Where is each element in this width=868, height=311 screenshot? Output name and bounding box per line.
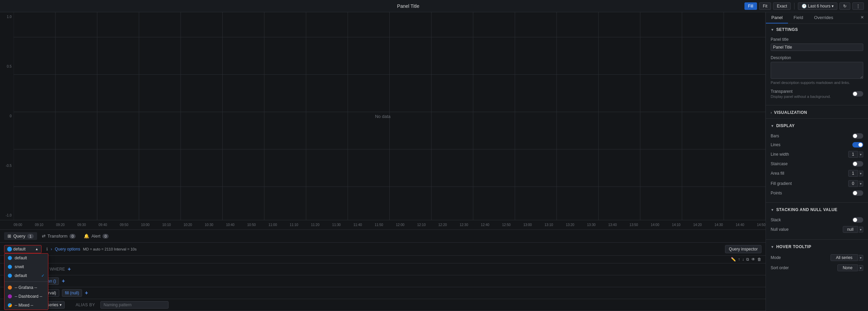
more-options-button[interactable]: ⋮ <box>852 2 864 10</box>
query-tabs: ⊞ Query 1 ⇄ Transform 0 🔔 Alert 0 <box>0 230 766 243</box>
expand-icon[interactable]: › <box>51 247 52 252</box>
tab-field[interactable]: Field <box>788 12 808 23</box>
staircase-toggle[interactable] <box>852 161 863 167</box>
y-label-2: 0.5 <box>0 65 14 68</box>
select-add-button[interactable]: + <box>62 278 65 284</box>
info-icon[interactable]: ℹ <box>46 247 48 252</box>
chevron-down-icon: ▼ <box>771 124 774 128</box>
arrow-up-icon[interactable]: ↑ <box>738 257 740 262</box>
display-section-header[interactable]: ▼ Display <box>766 120 868 130</box>
x-label: 14:20 <box>693 223 702 227</box>
sort-order-arrow[interactable]: ▾ <box>858 265 863 271</box>
chevron-right-icon: › <box>771 111 772 115</box>
x-label: 11:30 <box>332 223 341 227</box>
lines-label: Lines <box>771 142 781 147</box>
null-value-label: Null value <box>771 227 789 232</box>
query-inspector-button[interactable]: Query inspector <box>725 245 761 253</box>
ds-circle-mixed <box>8 303 12 307</box>
fill-null-button[interactable]: fill (null) <box>62 289 82 297</box>
points-toggle[interactable] <box>852 190 863 196</box>
transparent-field-label: Transparent Display panel without a back… <box>771 89 831 99</box>
timerange-button[interactable]: 🕐 Last 6 hours ▾ <box>798 2 837 10</box>
null-value-row: Null value null ▾ <box>771 224 863 235</box>
x-label: 14:50 <box>757 223 766 227</box>
query-action-icons: ✏️ ↑ ↓ ⧉ 👁 🗑 <box>0 256 766 263</box>
arrow-down-icon[interactable]: ↓ <box>742 257 744 262</box>
description-textarea[interactable] <box>771 62 863 79</box>
query-options-link[interactable]: Query options <box>55 247 80 252</box>
where-add-button[interactable]: + <box>68 266 71 272</box>
mode-arrow[interactable]: ▾ <box>858 255 863 261</box>
line-width-arrow[interactable]: ▾ <box>858 152 863 157</box>
alias-input[interactable] <box>100 301 168 309</box>
dropdown-item-mixed[interactable]: -- Mixed -- <box>4 301 48 310</box>
settings-section-header[interactable]: ▼ Settings <box>766 24 868 34</box>
x-label: 11:40 <box>353 223 362 227</box>
field-tab-label: Field <box>793 15 803 20</box>
dropdown-item-grafana[interactable]: -- Grafana -- <box>4 283 48 292</box>
tab-overrides[interactable]: Overrides <box>808 12 838 23</box>
stacking-section-header[interactable]: ▼ Stacking and null value <box>766 204 868 214</box>
x-label: 14:10 <box>672 223 680 227</box>
x-label: 10:40 <box>226 223 235 227</box>
panel-tab-label: Panel <box>771 15 783 20</box>
fill-gradient-arrow[interactable]: ▾ <box>858 181 863 187</box>
lines-row: Lines <box>771 140 863 149</box>
area-fill-arrow[interactable]: ▾ <box>858 171 863 176</box>
mode-select-container: All series ▾ <box>831 254 863 261</box>
divider <box>766 239 868 240</box>
x-label: 12:00 <box>396 223 404 227</box>
datasource-select[interactable]: default ▲ <box>4 245 42 253</box>
hover-tooltip-section-header[interactable]: ▼ Hover tooltip <box>766 241 868 251</box>
sort-order-label: Sort order <box>771 265 789 270</box>
x-label: 09:10 <box>35 223 43 227</box>
panel-close-button[interactable]: ✕ <box>856 12 868 23</box>
description-hint: Panel description supports markdown and … <box>771 81 863 85</box>
divider <box>766 202 868 203</box>
sort-order-row: Sort order None ▾ <box>771 263 863 273</box>
bars-toggle[interactable] <box>852 133 863 139</box>
x-label: 14:30 <box>714 223 723 227</box>
select-row: select (value) mean () + <box>0 275 766 287</box>
tab-alert[interactable]: 🔔 Alert 0 <box>80 232 112 240</box>
ds-circle-dashboard <box>8 294 12 298</box>
exact-button[interactable]: Exact <box>773 2 791 10</box>
transparent-toggle[interactable] <box>852 91 863 97</box>
mode-value: All series <box>831 254 858 261</box>
dropdown-item-default2[interactable]: default ✓ <box>4 271 48 280</box>
lines-toggle[interactable] <box>852 142 863 148</box>
stacking-section-body: Stack Null value null ▾ <box>766 214 868 238</box>
stack-toggle[interactable] <box>852 217 863 223</box>
dropdown-item-snwit[interactable]: snwit <box>4 262 48 271</box>
x-label: 10:20 <box>183 223 192 227</box>
dropdown-item-default1[interactable]: default <box>4 254 48 262</box>
panel-title-field-label: Panel title <box>771 37 789 42</box>
query-row: default ▲ default snwit <box>0 243 766 256</box>
divider <box>766 105 868 105</box>
description-row: Description <box>771 54 863 62</box>
delete-icon[interactable]: 🗑 <box>757 257 761 262</box>
panel-title-input[interactable] <box>771 44 863 51</box>
format-row: FORMAT AS Time series ▾ ALIAS BY <box>0 299 766 311</box>
visualization-section-header[interactable]: › Visualization <box>766 107 868 117</box>
copy-icon[interactable]: ⧉ <box>746 257 749 262</box>
x-label: 13:20 <box>566 223 574 227</box>
tab-transform[interactable]: ⇄ Transform 0 <box>38 232 79 240</box>
fit-button[interactable]: Fit <box>759 2 771 10</box>
groupby-add-button[interactable]: + <box>85 290 88 296</box>
tab-query[interactable]: ⊞ Query 1 <box>4 232 37 240</box>
fill-gradient-select: 0 ▾ <box>848 180 863 187</box>
refresh-button[interactable]: ↻ <box>839 2 850 10</box>
null-value-select-container: null ▾ <box>843 226 863 233</box>
edit-icon[interactable]: ✏️ <box>731 257 736 262</box>
staircase-row: Staircase <box>771 159 863 168</box>
tab-panel[interactable]: Panel <box>766 12 788 23</box>
eye-icon[interactable]: 👁 <box>751 257 755 262</box>
area-fill-select: 1 ▾ <box>848 170 863 177</box>
chevron-down-icon: ▼ <box>771 245 774 249</box>
sort-order-value: None <box>837 264 858 271</box>
x-label: 12:30 <box>460 223 468 227</box>
dropdown-item-dashboard[interactable]: -- Dashboard -- <box>4 292 48 301</box>
null-value-arrow[interactable]: ▾ <box>858 227 863 232</box>
fill-button[interactable]: Fill <box>744 2 757 10</box>
